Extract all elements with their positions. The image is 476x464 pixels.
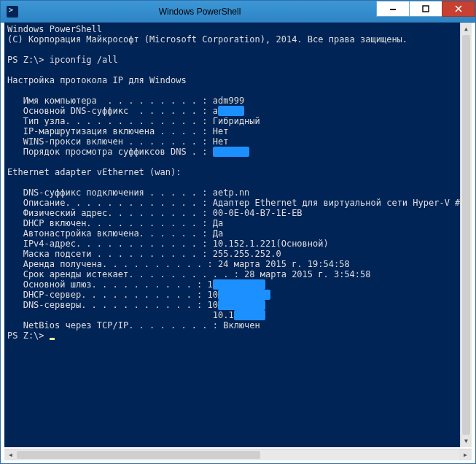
prompt-1: PS Z:\>	[7, 55, 50, 65]
powershell-icon	[7, 6, 18, 18]
lease-obtained-label: Аренда получена. . . . . . . . . . :	[7, 259, 218, 269]
adapter-header: Ethernet adapter vEthernet (wan):	[7, 167, 181, 177]
scroll-down-button[interactable]: ▼	[461, 435, 472, 447]
section-title: Настройка протокола IP для Windows	[7, 75, 187, 85]
mac-value: 00-0E-04-B7-1E-EB	[213, 208, 303, 218]
descr-value: Адаптер Ethernet для виртуальной сети Hy…	[213, 198, 460, 208]
dns-suffix-label: Основной DNS-суффикс . . . . . . :	[7, 106, 213, 116]
search-list-label: Порядок просмотра суффиксов DNS . :	[7, 147, 213, 157]
mac-label: Физический адрес. . . . . . . . . :	[7, 208, 213, 218]
redacted-block: xxxxx	[218, 106, 244, 116]
node-type-label: Тип узла. . . . . . . . . . . . . :	[7, 116, 213, 126]
redacted-block: xxxxxx	[234, 310, 265, 320]
text-cursor	[50, 338, 55, 340]
redacted-block: xxxxxxx	[213, 147, 250, 157]
dhcp-server-value: 10	[208, 290, 218, 300]
window-controls	[377, 1, 475, 22]
conn-suffix-label: DNS-суффикс подключения . . . . . :	[7, 187, 213, 198]
lease-obtained-value: 24 марта 2015 г. 19:54:58	[218, 259, 350, 269]
mask-label: Маска подсети . . . . . . . . . . :	[7, 249, 213, 259]
powershell-window: Windows PowerShell Windows PowerShell (C…	[0, 0, 476, 464]
terminal-output[interactable]: Windows PowerShell (C) Корпорация Майкро…	[4, 23, 460, 447]
wins-label: WINS-прокси включен . . . . . . . :	[7, 136, 213, 147]
horizontal-scrollbar[interactable]: ◀ ▶	[4, 449, 472, 460]
vertical-scroll-thumb[interactable]	[462, 35, 470, 435]
gateway-label: Основной шлюз. . . . . . . . . . :	[7, 279, 208, 290]
scroll-left-button[interactable]: ◀	[4, 449, 17, 460]
netbios-label: NetBios через TCP/IP. . . . . . . . :	[7, 320, 223, 330]
autoconf-label: Автонастройка включена. . . . . . :	[7, 228, 213, 239]
redacted-block: xxxxxxxxxx	[213, 279, 265, 290]
ipv4-value: 10.152.1.221(Основной)	[213, 239, 329, 249]
dns-suffix-value: a	[213, 106, 218, 116]
wins-value: Нет	[213, 136, 229, 147]
routing-value: Нет	[213, 126, 229, 136]
minimize-button[interactable]	[376, 1, 410, 17]
dns-servers-value: 10	[208, 300, 218, 310]
minimize-icon	[389, 5, 397, 12]
routing-label: IP-маршрутизация включена . . . . :	[7, 126, 213, 136]
close-button[interactable]	[442, 1, 475, 17]
host-name-value: adm999	[213, 96, 244, 106]
banner-line2: (C) Корпорация Майкрософт (Microsoft Cor…	[7, 34, 407, 45]
mask-value: 255.255.252.0	[213, 249, 281, 259]
scroll-up-button[interactable]: ▲	[461, 23, 472, 35]
titlebar[interactable]: Windows PowerShell	[1, 1, 475, 23]
node-type-value: Гибридный	[213, 116, 260, 126]
close-icon	[455, 5, 462, 12]
client-area: Windows PowerShell (C) Корпорация Майкро…	[1, 23, 475, 463]
dns-servers-2-value: 10.1	[213, 310, 234, 320]
horizontal-scroll-track[interactable]	[17, 449, 459, 460]
ipv4-label: IPv4-адрес. . . . . . . . . . . . :	[7, 239, 213, 249]
dns-servers-2-indent	[7, 310, 213, 320]
horizontal-scroll-thumb[interactable]	[17, 451, 260, 459]
dhcp-server-label: DHCP-сервер. . . . . . . . . . . :	[7, 290, 208, 300]
lease-expires-value: 28 марта 2015 г. 3:54:58	[244, 269, 370, 279]
autoconf-value: Да	[213, 228, 223, 239]
command-text: ipconfig /all	[50, 55, 118, 65]
dhcp-value: Да	[213, 218, 223, 228]
redacted-block: xxxxxxxxxx	[218, 290, 270, 300]
gateway-value: 1	[208, 279, 213, 290]
vertical-scroll-track[interactable]	[461, 35, 472, 435]
vertical-scrollbar[interactable]: ▲ ▼	[460, 23, 472, 447]
host-name-label: Имя компьютера . . . . . . . . . :	[7, 96, 213, 106]
scroll-right-button[interactable]: ▶	[459, 449, 472, 460]
dhcp-label: DHCP включен. . . . . . . . . . . :	[7, 218, 213, 228]
window-title: Windows PowerShell	[23, 7, 377, 17]
redacted-block: xxxxxxxxx	[218, 300, 265, 310]
netbios-value: Включен	[223, 320, 260, 330]
svg-rect-1	[423, 6, 429, 12]
maximize-icon	[422, 5, 429, 12]
maximize-button[interactable]	[409, 1, 442, 17]
terminal-container: Windows PowerShell (C) Корпорация Майкро…	[4, 23, 472, 447]
banner-line1: Windows PowerShell	[7, 24, 102, 34]
svg-rect-0	[390, 9, 396, 10]
dns-servers-label: DNS-серверы. . . . . . . . . . . :	[7, 300, 208, 310]
conn-suffix-value: aetp.nn	[213, 187, 250, 198]
prompt-2: PS Z:\>	[7, 330, 50, 341]
lease-expires-label: Срок аренды истекает. . . . . . . . . . …	[7, 269, 244, 279]
descr-label: Описание. . . . . . . . . . . . . :	[7, 198, 213, 208]
